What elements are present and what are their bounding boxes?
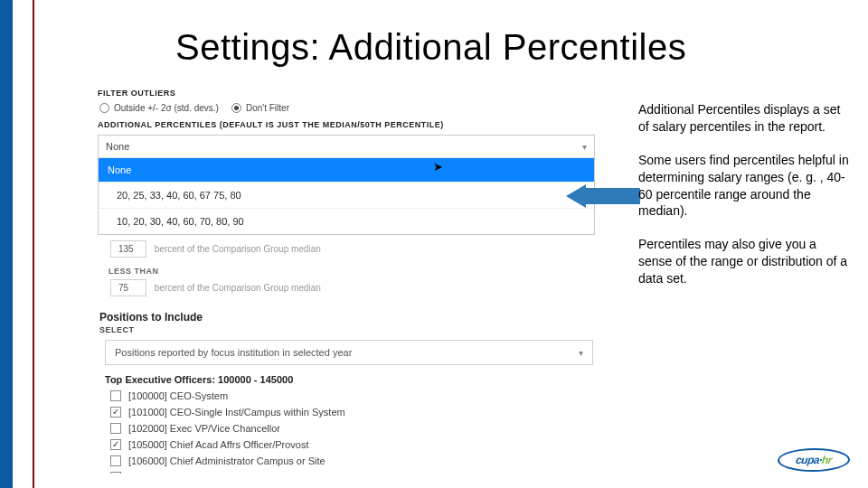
checkbox-icon [110, 472, 121, 474]
positions-dropdown-value: Positions reported by focus institution … [115, 347, 352, 358]
chevron-down-icon: ▾ [582, 142, 587, 152]
option-label: None [108, 164, 131, 175]
position-item-label: [106000] Chief Administrator Campus or S… [128, 455, 326, 466]
positions-dropdown[interactable]: Positions reported by focus institution … [105, 340, 593, 365]
position-item-label: [101000] CEO-Single Inst/Campus within S… [128, 407, 345, 418]
slide: Settings: Additional Percentiles FILTER … [0, 0, 868, 488]
greater-input[interactable]: 135 [110, 240, 146, 258]
position-item-label: [107000] Chief Business Officer [128, 472, 269, 474]
greater-than-row: 135 bercent of the Comparison Group medi… [110, 240, 595, 258]
radio-icon [99, 103, 109, 113]
description-paragraph: Additional Percentiles displays a set of… [638, 101, 854, 136]
dropdown-option-set-2[interactable]: 10, 20, 30, 40, 60, 70, 80, 90 [99, 208, 594, 234]
radio-label: Don't Filter [246, 103, 289, 113]
checkbox-icon [110, 455, 121, 466]
additional-percentiles-header: ADDITIONAL PERCENTILES (DEFAULT IS JUST … [98, 120, 600, 129]
settings-screenshot: FILTER OUTLIERS Outside +/- 2σ (std. dev… [92, 85, 600, 474]
position-item-label: [105000] Chief Acad Affrs Officer/Provos… [128, 439, 309, 450]
logo-brand: cupa [795, 454, 819, 466]
position-item[interactable]: [100000] CEO-System [110, 390, 593, 401]
callout-arrow-icon [566, 184, 640, 210]
checkbox-icon [110, 407, 121, 418]
description-paragraph: Some users find percentiles helpful in d… [638, 152, 854, 221]
select-label: SELECT [99, 325, 600, 334]
description-panel: Additional Percentiles displays a set of… [638, 101, 854, 304]
radio-dont-filter[interactable]: Don't Filter [231, 103, 289, 113]
radio-outside-2sigma[interactable]: Outside +/- 2σ (std. devs.) [99, 103, 219, 113]
cupa-hr-logo: cupa·hr [778, 448, 850, 475]
less-than-row: 75 bercent of the Comparison Group media… [110, 279, 595, 296]
percentiles-dropdown[interactable]: None ▾ None ➤ 20, 25, 33, 40, 60, 67 75,… [98, 135, 595, 235]
greater-suffix: bercent of the Comparison Group median [155, 244, 321, 254]
less-suffix: bercent of the Comparison Group median [155, 283, 321, 293]
less-input[interactable]: 75 [110, 279, 146, 296]
position-item[interactable]: [101000] CEO-Single Inst/Campus within S… [110, 407, 593, 418]
filter-outliers-radios: Outside +/- 2σ (std. devs.) Don't Filter [99, 103, 600, 113]
position-item[interactable]: [105000] Chief Acad Affrs Officer/Provos… [110, 439, 593, 450]
filter-outliers-header: FILTER OUTLIERS [98, 89, 600, 98]
position-item-label: [100000] CEO-System [128, 390, 228, 401]
less-than-label: LESS THAN [108, 267, 600, 276]
checkbox-icon [110, 390, 121, 401]
radio-icon [231, 103, 241, 113]
accent-line [33, 0, 34, 488]
position-item[interactable]: [107000] Chief Business Officer [110, 472, 593, 474]
checkbox-icon [110, 423, 121, 434]
position-group-header: Top Executive Officers: 100000 - 145000 [105, 374, 593, 385]
dropdown-option-none[interactable]: None ➤ [99, 158, 594, 182]
dropdown-current: None [106, 141, 129, 152]
position-item-label: [102000] Exec VP/Vice Chancellor [128, 423, 280, 434]
position-item[interactable]: [106000] Chief Administrator Campus or S… [110, 455, 593, 466]
chevron-down-icon: ▾ [579, 348, 583, 358]
page-title: Settings: Additional Percentiles [175, 27, 826, 68]
cursor-icon: ➤ [433, 160, 443, 174]
dropdown-option-set-1[interactable]: 20, 25, 33, 40, 60, 67 75, 80 [99, 182, 594, 208]
logo-suffix: hr [821, 454, 832, 466]
position-checklist: [100000] CEO-System[101000] CEO-Single I… [92, 390, 600, 474]
radio-label: Outside +/- 2σ (std. devs.) [114, 103, 219, 113]
description-paragraph: Percentiles may also give you a sense of… [638, 236, 854, 287]
dropdown-current-row: None ▾ [99, 136, 594, 158]
positions-heading: Positions to Include [99, 311, 600, 324]
position-item[interactable]: [102000] Exec VP/Vice Chancellor [110, 423, 593, 434]
checkbox-icon [110, 439, 121, 450]
